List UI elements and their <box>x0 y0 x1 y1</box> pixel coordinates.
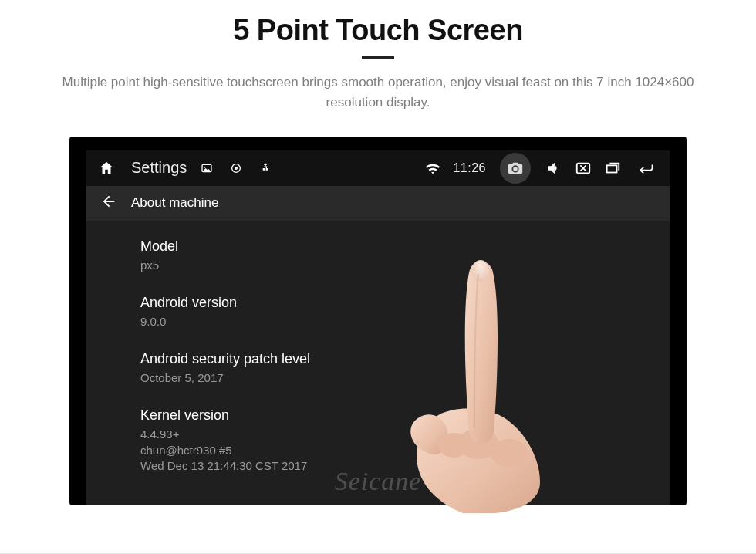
recent-apps-icon[interactable] <box>603 159 622 177</box>
device-screen: Settings 11:26 <box>86 150 670 505</box>
list-item-label: Android security patch level <box>140 351 670 367</box>
home-icon[interactable] <box>97 159 116 177</box>
usb-icon[interactable] <box>256 159 275 177</box>
clock-time: 11:26 <box>453 161 486 175</box>
hero-title: 5 Point Touch Screen <box>0 14 756 47</box>
volume-icon[interactable] <box>545 159 563 177</box>
list-item-kernel-version[interactable]: Kernel version 4.4.93+ chun@hctr930 #5 W… <box>140 397 670 485</box>
svg-point-1 <box>204 166 206 167</box>
list-item-value: 4.4.93+ chun@hctr930 #5 Wed Dec 13 21:44… <box>140 427 670 474</box>
back-return-icon[interactable] <box>633 159 659 177</box>
hero-subtitle: Multiple point high-sensitive touchscree… <box>42 73 714 113</box>
subheader: About machine <box>86 186 670 221</box>
list-item-security-patch[interactable]: Android security patch level October 5, … <box>140 340 670 397</box>
title-underline <box>362 56 394 59</box>
gallery-icon[interactable] <box>197 159 216 177</box>
subheader-title: About machine <box>131 195 218 211</box>
list-item-android-version[interactable]: Android version 9.0.0 <box>140 284 670 340</box>
list-item-label: Android version <box>140 295 670 311</box>
about-list: Model px5 Android version 9.0.0 Android … <box>86 221 670 485</box>
close-box-icon[interactable] <box>574 159 592 177</box>
list-item-label: Kernel version <box>140 407 670 424</box>
statusbar-title: Settings <box>131 159 187 177</box>
svg-point-3 <box>235 167 238 170</box>
status-bar: Settings 11:26 <box>86 150 670 186</box>
hero-section: 5 Point Touch Screen Multiple point high… <box>0 0 756 113</box>
wifi-icon[interactable] <box>424 159 442 177</box>
list-item-model[interactable]: Model px5 <box>140 228 670 284</box>
list-item-label: Model <box>140 238 670 255</box>
device-frame: Settings 11:26 <box>69 137 687 505</box>
camera-button[interactable] <box>500 153 531 184</box>
svg-rect-5 <box>607 165 617 172</box>
back-arrow-icon[interactable] <box>100 193 117 213</box>
target-icon[interactable] <box>227 159 245 177</box>
list-item-value: px5 <box>140 258 670 273</box>
list-item-value: October 5, 2017 <box>140 370 670 386</box>
list-item-value: 9.0.0 <box>140 314 670 329</box>
